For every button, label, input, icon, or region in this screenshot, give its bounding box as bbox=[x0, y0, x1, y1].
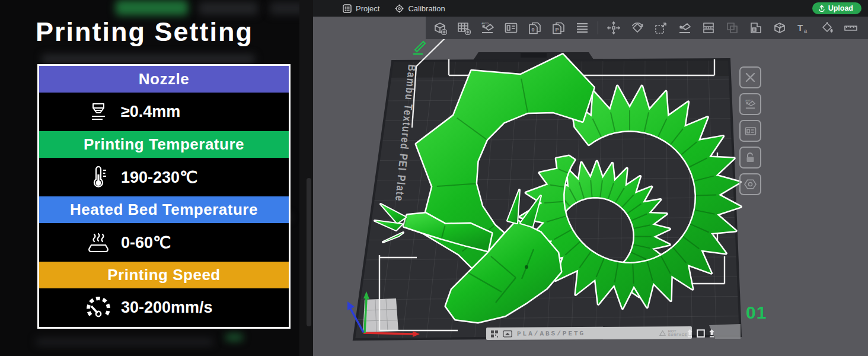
table-header-nozzle: Nozzle bbox=[39, 66, 289, 93]
svg-text:T: T bbox=[797, 23, 803, 33]
add-model-icon[interactable] bbox=[432, 20, 448, 36]
speedometer-icon bbox=[85, 297, 111, 319]
merge-icon[interactable] bbox=[724, 20, 741, 36]
table-header-printing-temperature: Printing Temperature bbox=[39, 131, 289, 158]
lock-plate-button[interactable] bbox=[739, 147, 761, 169]
plate-accessory-icons bbox=[687, 327, 715, 339]
layers-icon[interactable] bbox=[574, 20, 591, 36]
frame-icon bbox=[697, 329, 705, 338]
blurred-row bbox=[42, 55, 255, 63]
measure-icon[interactable] bbox=[843, 20, 859, 36]
add-plate-icon[interactable] bbox=[455, 20, 472, 36]
split-icon[interactable] bbox=[700, 20, 717, 36]
heated-bed-icon bbox=[85, 232, 111, 253]
move-icon[interactable] bbox=[605, 20, 622, 36]
paint-icon[interactable] bbox=[819, 20, 835, 36]
clone-p-icon[interactable]: P bbox=[550, 20, 567, 36]
table-header-printing-speed: Printing Speed bbox=[39, 262, 289, 288]
svg-text:AUTO: AUTO bbox=[745, 99, 753, 102]
qr-icon bbox=[491, 330, 498, 337]
rotate-icon[interactable] bbox=[629, 20, 646, 36]
svg-text:AUTO: AUTO bbox=[481, 22, 489, 25]
blurred-row bbox=[36, 338, 213, 345]
plate-material-bar: PLA/ABS/PETG HOTSURFACE bbox=[486, 326, 692, 340]
calibration-icon bbox=[395, 4, 404, 13]
scale-icon[interactable] bbox=[653, 20, 669, 36]
scrollbar-thumb[interactable] bbox=[307, 178, 311, 326]
spool-up-icon bbox=[709, 329, 715, 338]
panel-scroll-strip bbox=[299, 0, 313, 356]
blurred-badge bbox=[225, 334, 243, 341]
auto-orient-plate-button[interactable]: AUTO bbox=[739, 93, 761, 115]
table-header-heated-bed-temperature: Heated Bed Temperature bbox=[39, 196, 289, 223]
table-row-nozzle-value: ≥0.4mm bbox=[39, 93, 289, 131]
plate-number: 01 bbox=[746, 303, 767, 323]
tab-calibration[interactable]: Calibration bbox=[395, 4, 445, 13]
printing-setting-panel: Printing Setting Nozzle ≥0.4mm Printing … bbox=[0, 0, 313, 356]
blurred-prepare-tab bbox=[116, 0, 188, 15]
svg-text:0: 0 bbox=[532, 27, 535, 33]
blurred-tab bbox=[199, 2, 258, 15]
toolbar-separator bbox=[598, 21, 598, 34]
project-icon bbox=[343, 4, 352, 13]
clone-zero-icon[interactable]: 0 bbox=[526, 20, 543, 36]
viewport-topbar: Project Calibration bbox=[313, 0, 868, 17]
warning-triangle-icon bbox=[659, 330, 666, 336]
thermometer-icon bbox=[85, 166, 111, 189]
panel-title: Printing Setting bbox=[36, 17, 296, 47]
arrange-plate-button[interactable] bbox=[739, 120, 761, 142]
table-row-heated-bed-value: 0-60℃ bbox=[39, 223, 289, 262]
hot-surface-warning: HOTSURFACE bbox=[659, 329, 687, 336]
svg-text:a: a bbox=[804, 28, 808, 34]
svg-text:P: P bbox=[556, 27, 559, 33]
plate-material-label: PLA/ABS/PETG bbox=[517, 330, 585, 338]
viewport-3d[interactable]: Project Calibration bbox=[313, 0, 868, 356]
tab-project-label: Project bbox=[356, 4, 379, 13]
tab-calibration-label: Calibration bbox=[408, 4, 445, 13]
spool-up-icon bbox=[687, 329, 693, 338]
upload-label: Upload bbox=[828, 4, 853, 12]
plate-settings-button[interactable] bbox=[739, 173, 761, 195]
model-toolbar: AUTO0PTa bbox=[426, 17, 868, 39]
edit-plate-name-icon[interactable] bbox=[410, 37, 428, 58]
text-icon[interactable]: Ta bbox=[795, 20, 812, 36]
arrange-icon[interactable] bbox=[503, 20, 519, 36]
bambu-logo-icon bbox=[503, 330, 512, 337]
app-window: Project Calibration bbox=[0, 0, 868, 356]
tab-project[interactable]: Project bbox=[343, 4, 379, 13]
upload-icon bbox=[818, 5, 825, 12]
variable-region-icon[interactable] bbox=[748, 20, 764, 36]
plate-side-tools: AUTO bbox=[739, 66, 761, 195]
cut-icon[interactable] bbox=[771, 20, 788, 36]
nozzle-icon bbox=[85, 103, 111, 122]
table-row-printing-temperature-value: 190-230℃ bbox=[39, 158, 289, 196]
lay-on-face-icon[interactable] bbox=[676, 20, 693, 36]
table-row-printing-speed-value: 30-200mm/s bbox=[39, 288, 289, 327]
auto-orient-icon[interactable]: AUTO bbox=[479, 20, 496, 36]
delete-plate-button[interactable] bbox=[739, 66, 761, 88]
upload-button[interactable]: Upload bbox=[812, 2, 861, 14]
printing-setting-table: Nozzle ≥0.4mm Printing Temperature 190-2… bbox=[37, 64, 291, 329]
